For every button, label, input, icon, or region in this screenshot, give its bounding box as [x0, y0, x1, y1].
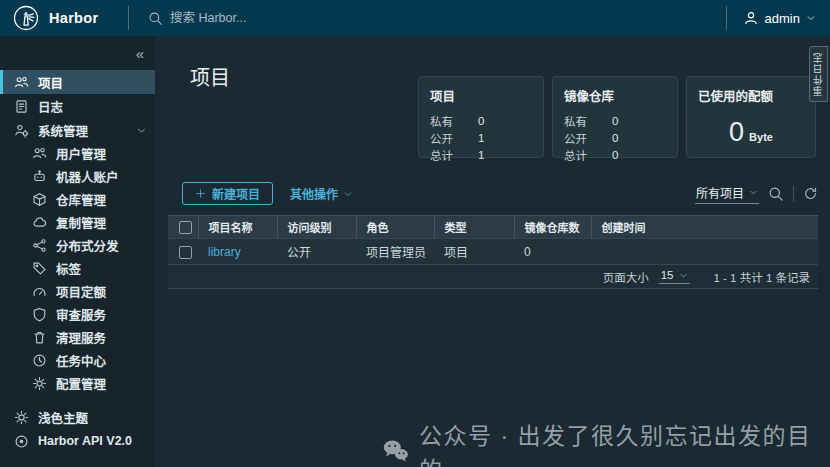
sidebar-item-label: 清理服务 [56, 328, 106, 347]
cloud-icon [32, 215, 47, 230]
trash-icon [32, 330, 47, 345]
global-search [148, 11, 726, 26]
projects-icon [14, 75, 29, 90]
shield-icon [32, 307, 47, 322]
column-header[interactable]: 角色 [356, 216, 434, 239]
sidebar-item-label: 仓库管理 [56, 190, 106, 209]
sidebar-item-projects[interactable]: 项目 [0, 70, 155, 94]
other-actions-label: 其他操作 [290, 185, 338, 202]
sidebar-item-administration[interactable]: 系统管理 [0, 118, 155, 142]
harbor-brand[interactable]: Harbor [0, 5, 128, 31]
plus-icon [195, 188, 206, 199]
stat-value: 1 [478, 132, 484, 144]
sidebar-item-label: 配置管理 [56, 374, 106, 393]
sidebar-item-users[interactable]: 用户管理 [0, 142, 155, 165]
table-row: library 公开 项目管理员 项目 0 [168, 239, 818, 265]
table-search-icon[interactable] [768, 186, 784, 202]
api-icon [14, 434, 29, 449]
sidebar-item-configuration[interactable]: 配置管理 [0, 372, 155, 395]
stat-label: 总计 [430, 147, 478, 163]
brand-name: Harbor [49, 10, 98, 26]
sidebar-item-label: 浅色主题 [38, 408, 88, 427]
record-range: 1 - 1 共计 1 条记录 [714, 269, 811, 285]
column-header[interactable]: 类型 [434, 216, 514, 239]
event-log-tab[interactable]: 事件日志 [809, 46, 828, 102]
cell-access-level: 公开 [277, 239, 356, 265]
sidebar-collapse-button[interactable]: « [136, 45, 144, 62]
page-size-select[interactable]: 15 [659, 269, 690, 284]
table-header-row: 项目名称 访问级别 角色 类型 镜像仓库数 创建时间 [168, 216, 818, 239]
chevron-down-icon [806, 13, 816, 23]
chevron-down-icon[interactable] [136, 125, 147, 136]
username: admin [765, 11, 800, 26]
stat-value: 0 [612, 115, 618, 127]
quota-summary-card: 已使用的配额 0 Byte [686, 76, 816, 158]
sidebar-item-project-quotas[interactable]: 项目定额 [0, 280, 155, 303]
refresh-icon[interactable] [803, 186, 818, 201]
robot-icon [32, 169, 47, 184]
chevron-down-icon [679, 271, 688, 280]
filter-group: 所有项目 [695, 184, 818, 204]
clock-icon [32, 353, 47, 368]
sidebar-item-labels[interactable]: 标签 [0, 257, 155, 280]
sidebar-item-robot-accounts[interactable]: 机器人账户 [0, 165, 155, 188]
summary-cards: 项目 私有0 公开1 总计1 镜像仓库 私有0 公开0 总计0 已使用的配额 0… [418, 76, 816, 158]
stat-label: 公开 [430, 130, 478, 146]
harbor-logo-icon [13, 5, 39, 31]
sidebar-item-label: 机器人账户 [56, 167, 119, 186]
column-header[interactable]: 访问级别 [277, 216, 356, 239]
row-checkbox[interactable] [179, 246, 192, 259]
search-icon [148, 11, 163, 26]
sidebar-item-label: Harbor API V2.0 [38, 434, 132, 448]
share-icon [32, 238, 47, 253]
stat-value: 0 [612, 132, 618, 144]
column-header[interactable]: 项目名称 [198, 216, 277, 239]
sidebar-item-replication[interactable]: 复制管理 [0, 211, 155, 234]
user-icon [743, 10, 759, 26]
cell-creation-time [591, 239, 818, 265]
project-link[interactable]: library [208, 245, 241, 259]
stat-label: 总计 [564, 147, 612, 163]
search-input[interactable] [170, 11, 590, 25]
sidebar-item-interrogation-services[interactable]: 审查服务 [0, 303, 155, 326]
user-menu[interactable]: admin [727, 10, 830, 26]
sun-icon [14, 410, 29, 425]
sidebar-item-registries[interactable]: 仓库管理 [0, 188, 155, 211]
logs-icon [14, 99, 29, 114]
header-divider [128, 6, 129, 30]
sidebar-item-label: 分布式分发 [56, 236, 119, 255]
stat-value: 0 [612, 149, 618, 161]
new-project-button[interactable]: 新建项目 [182, 182, 273, 205]
sidebar-item-job-center[interactable]: 任务中心 [0, 349, 155, 372]
sidebar-item-label: 日志 [38, 97, 63, 116]
select-all-checkbox[interactable] [179, 221, 192, 234]
projects-toolbar: 新建项目 其他操作 所有项目 [168, 182, 818, 205]
card-title: 项目 [430, 86, 532, 105]
main-content: 项目 项目 私有0 公开1 总计1 镜像仓库 私有0 公开0 总计0 已使用的配… [155, 36, 830, 467]
project-filter-select[interactable]: 所有项目 [695, 184, 759, 204]
quota-unit: Byte [749, 131, 773, 143]
sidebar-item-label: 标签 [56, 259, 81, 278]
sidebar-item-label: 用户管理 [56, 144, 106, 163]
page-size-value: 15 [661, 269, 674, 281]
cell-role: 项目管理员 [356, 239, 434, 265]
sidebar-item-light-theme[interactable]: 浅色主题 [0, 405, 155, 429]
table-footer-row: 页面大小 15 1 - 1 共计 1 条记录 [168, 265, 818, 289]
sidebar-item-logs[interactable]: 日志 [0, 94, 155, 118]
card-title: 镜像仓库 [564, 86, 666, 105]
sidebar-item-distribution[interactable]: 分布式分发 [0, 234, 155, 257]
pagination: 页面大小 15 1 - 1 共计 1 条记录 [168, 269, 810, 285]
other-actions-button[interactable]: 其他操作 [290, 185, 353, 202]
projects-summary-card: 项目 私有0 公开1 总计1 [418, 76, 544, 158]
stat-label: 公开 [564, 130, 612, 146]
gear-icon [32, 376, 47, 391]
sidebar-item-clearing-services[interactable]: 清理服务 [0, 326, 155, 349]
column-header[interactable]: 镜像仓库数 [514, 216, 591, 239]
column-header[interactable]: 创建时间 [591, 216, 818, 239]
app-header: Harbor admin [0, 0, 830, 36]
sidebar-item-harbor-api[interactable]: Harbor API V2.0 [0, 429, 155, 453]
card-title: 已使用的配额 [698, 86, 804, 105]
chevron-down-icon [343, 189, 353, 199]
sidebar-item-label: 任务中心 [56, 351, 106, 370]
project-filter-label: 所有项目 [696, 184, 744, 201]
